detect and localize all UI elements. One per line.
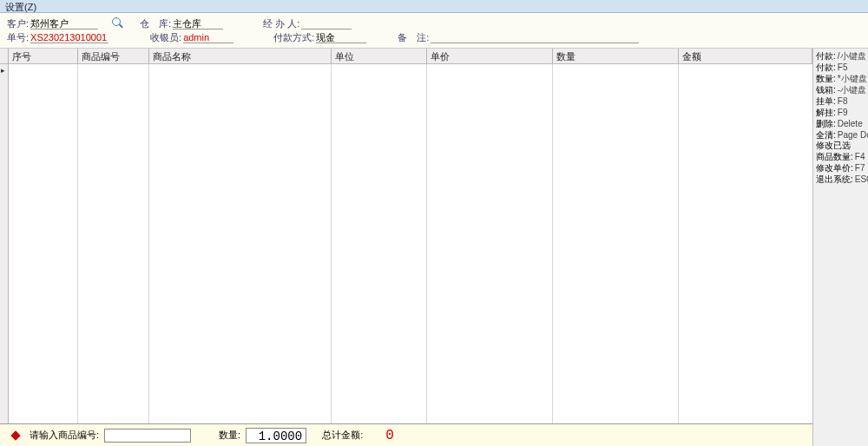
hk-label: 删除: — [816, 118, 836, 129]
remark-label: 备 注: — [398, 31, 429, 44]
col-qty[interactable]: 数量 — [553, 49, 679, 63]
hk-label: 付款: — [816, 50, 836, 62]
title-bar[interactable]: 设置(Z) — [0, 0, 868, 13]
hk-label: 退出系统: — [816, 174, 853, 185]
hk-key: ESC — [855, 174, 868, 185]
hk-label: 全清: — [816, 129, 836, 141]
cashier-label: 收银员: — [150, 31, 181, 44]
col-seq[interactable]: 序号 — [9, 49, 78, 63]
customer-field[interactable]: 郑州客户 — [30, 17, 98, 30]
hk-label: 解挂: — [816, 107, 836, 118]
cashier-field: admin — [183, 31, 233, 43]
search-icon[interactable] — [112, 17, 124, 30]
current-row-indicator-icon: ▸ — [1, 66, 5, 75]
hotkey-panel: 付款:/小键盘 付款:F5 数量:*小键盘 钱箱:-小键盘 挂单:F8 解挂:F… — [812, 49, 868, 446]
grid-header: 序号 商品编号 商品名称 单位 单价 数量 金额 — [0, 49, 812, 64]
hk-label: 付款: — [816, 62, 836, 73]
orderno-field: XS230213010001 — [30, 31, 108, 43]
warehouse-field[interactable]: 主仓库 — [173, 17, 223, 30]
hk-label: 数量: — [816, 73, 836, 84]
settings-menu[interactable]: 设置(Z) — [5, 2, 36, 12]
hk-key: F9 — [838, 107, 848, 118]
diamond-icon — [10, 430, 20, 440]
col-unit[interactable]: 单位 — [332, 49, 427, 63]
bottom-input-bar: 请输入商品编号: 数量: 1.0000 总计金额: 0 — [0, 423, 812, 446]
hk-label: 挂单: — [816, 95, 836, 107]
warehouse-label: 仓 库: — [140, 17, 171, 30]
hk-key: F5 — [838, 62, 848, 73]
qty-display[interactable]: 1.0000 — [246, 428, 306, 443]
paymethod-label: 付款方式: — [273, 31, 314, 44]
hk-key: *小键盘 — [838, 73, 867, 84]
hk-label: 商品数量: — [816, 151, 853, 162]
hk-key: F7 — [855, 162, 865, 174]
qty-label: 数量: — [219, 429, 240, 442]
handler-field[interactable] — [301, 17, 352, 30]
remark-field[interactable] — [431, 31, 639, 43]
hk-label: 修改已选 — [816, 141, 851, 150]
total-label: 总计金额: — [322, 429, 363, 442]
handler-label: 经 办 人: — [263, 17, 299, 30]
paymethod-field[interactable]: 现金 — [316, 31, 366, 43]
orderno-label: 单号: — [7, 31, 29, 44]
hk-key: -小键盘 — [838, 84, 866, 95]
form-header: 客户: 郑州客户 仓 库: 主仓库 经 办 人: 单号: XS230213010… — [0, 13, 868, 49]
hk-label: 钱箱: — [816, 84, 836, 95]
hk-key: Page Down — [838, 129, 868, 141]
col-name[interactable]: 商品名称 — [149, 49, 332, 63]
barcode-prompt: 请输入商品编号: — [30, 429, 99, 442]
col-amount[interactable]: 金额 — [679, 49, 812, 63]
row-marker-gutter: ▸ — [0, 64, 9, 435]
col-code[interactable]: 商品编号 — [78, 49, 149, 63]
hk-key: /小键盘 — [838, 50, 866, 62]
data-grid[interactable]: 序号 商品编号 商品名称 单位 单价 数量 金额 ▸ — [0, 49, 812, 446]
customer-label: 客户: — [7, 17, 29, 30]
hk-key: F8 — [838, 95, 848, 107]
hk-label: 修改单价: — [816, 162, 853, 174]
col-price[interactable]: 单价 — [427, 49, 553, 63]
grid-body[interactable]: ▸ — [0, 64, 812, 436]
hk-key: F4 — [855, 151, 865, 162]
total-amount: 0 — [385, 428, 394, 443]
barcode-input[interactable] — [104, 429, 191, 443]
hk-key: Delete — [838, 118, 863, 129]
row-selector-header — [0, 49, 9, 63]
